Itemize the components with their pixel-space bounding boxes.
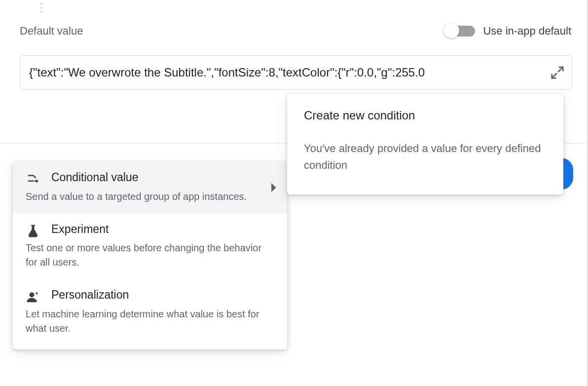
menu-item-title: Conditional value <box>51 171 274 185</box>
use-in-app-default-row: Use in-app default <box>445 25 571 38</box>
use-in-app-default-label: Use in-app default <box>483 25 571 38</box>
svg-point-0 <box>30 292 35 297</box>
default-value-header: Default value Use in-app default <box>20 25 571 38</box>
create-condition-title: Create new condition <box>304 109 547 122</box>
menu-item-description: Let machine learning determine what valu… <box>26 307 274 336</box>
menu-item-personalization[interactable]: Personalization Let machine learning det… <box>13 279 287 346</box>
experiment-icon <box>26 224 40 238</box>
menu-item-conditional-value[interactable]: Conditional value Send a value to a targ… <box>13 162 287 214</box>
default-value-label: Default value <box>20 25 83 38</box>
menu-item-title: Personalization <box>51 288 274 302</box>
create-condition-popover: Create new condition You've already prov… <box>287 94 563 194</box>
use-in-app-default-toggle[interactable] <box>445 26 475 37</box>
conditional-value-icon <box>26 172 40 187</box>
menu-item-title: Experiment <box>51 223 274 236</box>
drag-handle-icon[interactable] <box>40 3 43 13</box>
menu-item-experiment[interactable]: Experiment Test one or more values befor… <box>13 214 287 280</box>
create-condition-description: You've already provided a value for ever… <box>304 140 547 174</box>
menu-item-description: Test one or more values before changing … <box>26 241 274 270</box>
chevron-right-icon <box>271 183 276 192</box>
default-value-input[interactable]: {"text":"We overwrote the Subtitle.","fo… <box>20 55 572 90</box>
menu-item-description: Send a value to a targeted group of app … <box>26 190 274 204</box>
page-root: Default value Use in-app default {"text"… <box>0 0 588 386</box>
expand-icon[interactable] <box>550 65 565 80</box>
add-value-menu: Conditional value Send a value to a targ… <box>13 162 287 349</box>
toggle-knob <box>443 23 459 39</box>
personalization-icon <box>26 289 40 304</box>
default-value-text: {"text":"We overwrote the Subtitle.","fo… <box>29 66 546 79</box>
